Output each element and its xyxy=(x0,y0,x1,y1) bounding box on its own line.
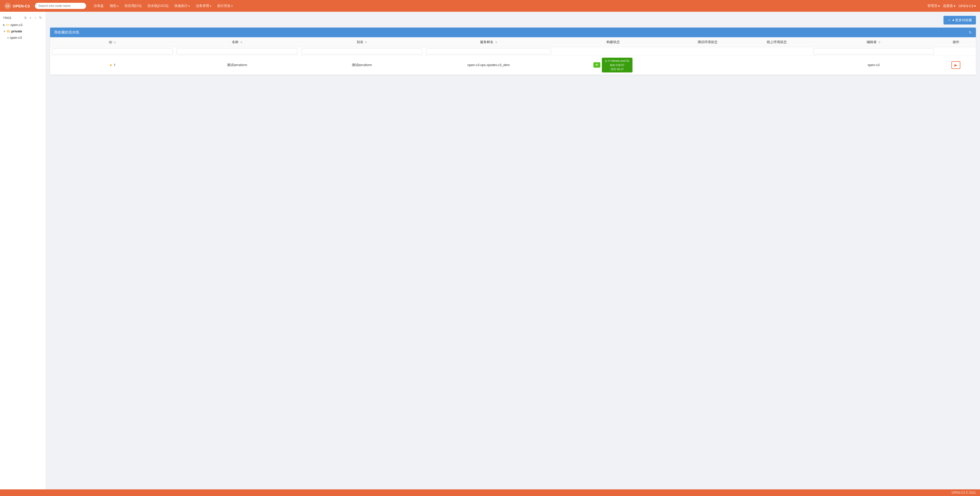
sidebar-item-open-c3-root[interactable]: ▶ 🗁 open-c3 xyxy=(0,22,46,28)
search-input[interactable] xyxy=(35,3,86,9)
star-icon[interactable]: ★ xyxy=(109,63,113,67)
col-header-editor[interactable]: 编辑者 ⇅ xyxy=(811,37,936,47)
eye-icon: 👁 xyxy=(595,63,598,67)
sort-icon: ⇅ xyxy=(878,41,880,44)
row-name-cell: 测试terraform xyxy=(175,55,299,75)
filter-editor-cell xyxy=(811,47,936,55)
filter-action-cell xyxy=(936,47,976,55)
filter-name-cell xyxy=(175,47,299,55)
nav-item-history[interactable]: 执行历史▾ xyxy=(215,2,235,10)
file-icon: ≡ xyxy=(7,36,9,39)
filter-service-input[interactable] xyxy=(426,48,551,54)
nav-arrow: ▾ xyxy=(231,5,232,7)
col-header-build-status: 构建状态 xyxy=(553,37,673,47)
filter-prod-cell xyxy=(742,47,811,55)
col-header-alias[interactable]: 别名 ⇅ xyxy=(299,37,424,47)
sidebar-tree-label: TREE xyxy=(3,16,11,19)
nav-item-quick-exec[interactable]: 快速执行▾ xyxy=(172,2,192,10)
row-editor-cell: open-c3 xyxy=(811,55,936,75)
col-header-name[interactable]: 名称 ⇅ xyxy=(175,37,299,47)
filter-test-cell xyxy=(673,47,742,55)
nav-item-biz[interactable]: 业务管理▾ xyxy=(193,2,214,10)
tree-arrow: ▼ xyxy=(3,30,6,33)
circle-icon: ◎ xyxy=(605,59,608,62)
row-action-cell: ▶ xyxy=(936,55,976,75)
add-node-icon[interactable]: + xyxy=(29,15,32,20)
row-prod-env-cell xyxy=(742,55,811,75)
col-header-prod-env: 线上环境状态 xyxy=(742,37,811,47)
col-header-test-env: 测试环境状态 xyxy=(673,37,742,47)
folder-icon: 🗁 xyxy=(6,23,10,27)
row-test-env-cell xyxy=(673,55,742,75)
nav-item-report[interactable]: 报告▾ xyxy=(107,2,121,10)
folder-icon: 🗁 xyxy=(7,29,10,33)
row-service-tree-cell: open-c3.ops.opsdev.c3_dem xyxy=(424,55,553,75)
arrow-right-icon: ▶ xyxy=(955,63,957,67)
filter-editor-input[interactable] xyxy=(813,48,934,54)
filter-row xyxy=(50,47,976,55)
build-status-badge: ◎ # release-pod-01 耗时 0:00:07 2021-05-27 xyxy=(602,58,633,73)
badge-title: ◎ # release-pod-01 xyxy=(605,59,630,63)
top-navigation: C3 OPEN-C3 仪表盘 报告▾ 轻应用[CO] 流水线[CI/CD] 快速… xyxy=(0,0,980,12)
nav-right: 管理员▾ 连接器▾ OPEN-C3▾ xyxy=(928,3,976,8)
refresh-icon[interactable]: ↻ xyxy=(969,30,972,35)
row-name: 测试terraform xyxy=(227,63,247,67)
sidebar-item-open-c3-child[interactable]: ≡ open-c3 xyxy=(0,35,46,41)
table-header-row: ID ⇅ 名称 ⇅ 别名 ⇅ 服务树名 ⇅ xyxy=(50,37,976,47)
row-alias: 测试terraform xyxy=(352,63,372,67)
row-service-tree: open-c3.ops.opsdev.c3_dem xyxy=(467,63,510,67)
nav-items: 仪表盘 报告▾ 轻应用[CO] 流水线[CI/CD] 快速执行▾ 业务管理▾ 执… xyxy=(91,2,924,10)
sort-icon: ⇅ xyxy=(240,41,242,44)
sidebar-item-private[interactable]: ▼ 🗁 private xyxy=(0,28,46,35)
svg-text:C3: C3 xyxy=(6,5,10,8)
go-action-button[interactable]: ▶ xyxy=(951,61,960,69)
table-row: ★ 7 测试terraform 测试terraform open-c3.ops.… xyxy=(50,55,976,75)
nav-admin[interactable]: 管理员▾ xyxy=(928,3,940,8)
locate-icon[interactable]: ⊙ xyxy=(24,15,27,20)
refresh-tree-icon[interactable]: ↻ xyxy=(38,15,43,20)
nav-connector[interactable]: 连接器▾ xyxy=(943,3,956,8)
col-header-service-tree[interactable]: 服务树名 ⇅ xyxy=(424,37,553,47)
footer-text: OPEN-C3 © 2021 xyxy=(951,491,976,494)
more-favorites-button[interactable]: ＋ ● 更多待收藏 xyxy=(943,16,976,24)
filter-name-input[interactable] xyxy=(177,48,297,54)
filter-id-input[interactable] xyxy=(52,48,173,54)
pipeline-section-title: 我收藏的流水线 xyxy=(54,30,79,35)
filter-service-cell xyxy=(424,47,553,55)
sort-icon: ⇅ xyxy=(365,41,367,44)
app-logo[interactable]: C3 OPEN-C3 xyxy=(4,2,30,10)
sort-icon: ⇅ xyxy=(114,41,116,44)
filter-alias-input[interactable] xyxy=(302,48,422,54)
nav-item-cicd[interactable]: 流水线[CI/CD] xyxy=(145,2,171,10)
filter-alias-cell xyxy=(299,47,424,55)
main-content: ＋ ● 更多待收藏 我收藏的流水线 ↻ ID ⇅ 名称 xyxy=(46,12,980,490)
logo-icon: C3 xyxy=(4,2,11,10)
sidebar-header-icons: ⊙ + − ↻ xyxy=(24,15,43,20)
footer: OPEN-C3 © 2021 xyxy=(0,490,980,496)
pipeline-card: 我收藏的流水线 ↻ ID ⇅ 名称 ⇅ 别名 xyxy=(50,27,976,75)
nav-item-co[interactable]: 轻应用[CO] xyxy=(122,2,144,10)
nav-arrow: ▾ xyxy=(210,5,211,7)
build-status-container: 👁 ◎ # release-pod-01 耗时 0:00:07 2021-05-… xyxy=(556,58,670,73)
more-btn-label: ● 更多待收藏 xyxy=(953,18,972,22)
pipeline-table: ID ⇅ 名称 ⇅ 别名 ⇅ 服务树名 ⇅ xyxy=(50,37,976,75)
tree-node-label: private xyxy=(11,29,22,33)
row-id-cell: ★ 7 xyxy=(50,55,175,75)
filter-id-cell xyxy=(50,47,175,55)
main-layout: TREE ⊙ + − ↻ ▶ 🗁 open-c3 ▼ 🗁 private ≡ o… xyxy=(0,12,980,490)
nav-arrow: ▾ xyxy=(188,5,190,7)
tree-arrow: ▶ xyxy=(3,23,5,27)
nav-open-c3[interactable]: OPEN-C3▾ xyxy=(959,4,976,8)
view-pipeline-button[interactable]: 👁 xyxy=(593,62,600,68)
col-header-id[interactable]: ID ⇅ xyxy=(50,37,175,47)
tree-node-label: open-c3 xyxy=(10,36,22,40)
remove-node-icon[interactable]: − xyxy=(34,15,37,20)
nav-item-dashboard[interactable]: 仪表盘 xyxy=(91,2,106,10)
sidebar: TREE ⊙ + − ↻ ▶ 🗁 open-c3 ▼ 🗁 private ≡ o… xyxy=(0,12,46,490)
row-alias-cell: 测试terraform xyxy=(299,55,424,75)
sort-icon: ⇅ xyxy=(495,41,497,44)
app-name: OPEN-C3 xyxy=(13,4,30,8)
more-btn-container: ＋ ● 更多待收藏 xyxy=(50,16,976,24)
filter-build-cell xyxy=(553,47,673,55)
badge-date: 2021-05-27 xyxy=(605,67,630,71)
